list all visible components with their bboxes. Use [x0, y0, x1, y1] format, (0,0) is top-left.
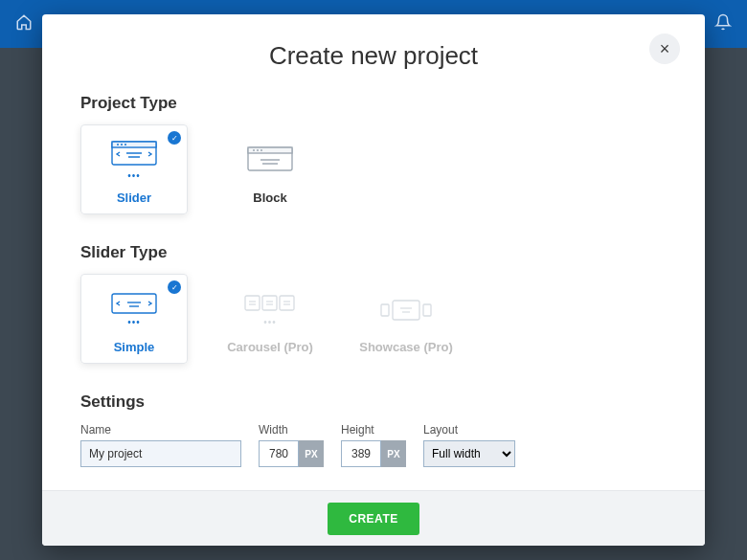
svg-rect-18 — [262, 296, 277, 310]
block-icon — [247, 141, 293, 181]
svg-rect-17 — [245, 296, 260, 310]
close-icon: × — [660, 39, 670, 59]
height-input[interactable] — [341, 440, 381, 467]
slider-type-row: ✓ ••• Simple ••• Carousel (Pro) Showcase — [80, 274, 667, 364]
card-label: Showcase (Pro) — [359, 340, 453, 354]
project-type-block[interactable]: Block — [216, 124, 324, 214]
svg-rect-19 — [280, 296, 294, 310]
close-button[interactable]: × — [649, 34, 680, 64]
svg-point-3 — [121, 144, 123, 146]
slider-type-simple[interactable]: ✓ ••• Simple — [80, 274, 188, 364]
showcase-icon — [379, 290, 433, 330]
height-label: Height — [341, 423, 406, 437]
svg-point-4 — [124, 144, 126, 146]
height-unit[interactable]: PX — [381, 440, 406, 467]
width-input[interactable] — [259, 440, 299, 467]
svg-point-10 — [257, 149, 259, 151]
slider-icon: ••• — [111, 141, 157, 181]
slider-type-showcase: Showcase (Pro) — [352, 274, 460, 364]
project-type-slider[interactable]: ✓ ••• Slider — [80, 124, 188, 214]
carousel-icon: ••• — [243, 290, 297, 330]
simple-slider-icon: ••• — [111, 290, 157, 330]
slider-type-carousel: ••• Carousel (Pro) — [216, 274, 324, 364]
home-icon[interactable] — [15, 13, 33, 34]
name-label: Name — [80, 423, 241, 437]
svg-rect-27 — [393, 301, 419, 320]
project-type-heading: Project Type — [80, 94, 667, 113]
svg-point-9 — [253, 149, 255, 151]
svg-point-2 — [117, 144, 119, 146]
layout-label: Layout — [423, 423, 515, 437]
card-label: Slider — [117, 190, 151, 205]
create-project-modal: × Create new project Project Type ✓ ••• … — [42, 14, 705, 546]
svg-point-11 — [260, 149, 262, 151]
project-type-row: ✓ ••• Slider Block — [80, 124, 667, 214]
layout-select[interactable]: Full width — [423, 440, 515, 467]
card-label: Block — [253, 190, 286, 205]
bell-icon[interactable] — [714, 13, 732, 34]
name-input[interactable] — [80, 440, 241, 467]
slider-type-heading: Slider Type — [80, 243, 667, 262]
check-icon: ✓ — [168, 131, 181, 145]
settings-row: Name Width PX Height PX Layout — [80, 423, 667, 467]
check-icon: ✓ — [168, 280, 181, 294]
card-label: Carousel (Pro) — [227, 340, 313, 354]
svg-rect-14 — [112, 294, 156, 313]
width-label: Width — [259, 423, 324, 437]
svg-rect-26 — [381, 304, 389, 316]
modal-title: Create new project — [80, 41, 667, 71]
create-button[interactable]: CREATE — [328, 503, 419, 535]
width-unit[interactable]: PX — [299, 440, 324, 467]
settings-heading: Settings — [80, 392, 667, 412]
modal-footer: CREATE — [42, 490, 705, 546]
svg-rect-28 — [423, 304, 431, 316]
card-label: Simple — [114, 340, 155, 354]
